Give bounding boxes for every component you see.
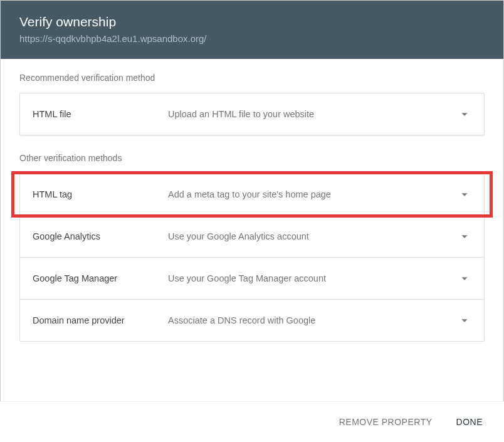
chevron-down-icon: [458, 271, 471, 285]
other-methods-card: HTML tag Add a meta tag to your site's h…: [19, 173, 485, 342]
recommended-section-label: Recommended verification method: [19, 73, 485, 83]
method-domain-name-provider[interactable]: Domain name provider Associate a DNS rec…: [20, 300, 484, 341]
dialog-footer: REMOVE PROPERTY DONE: [0, 401, 504, 442]
method-desc: Associate a DNS record with Google: [168, 315, 458, 325]
method-desc: Add a meta tag to your site's home page: [168, 189, 458, 199]
method-google-tag-manager[interactable]: Google Tag Manager Use your Google Tag M…: [20, 258, 484, 300]
chevron-down-icon: [458, 313, 471, 327]
method-name: Google Tag Manager: [33, 273, 168, 283]
method-name: HTML tag: [33, 189, 168, 199]
chevron-down-icon: [458, 229, 471, 243]
dialog-content: Recommended verification method HTML fil…: [1, 59, 503, 342]
dialog-header: Verify ownership https://s-qqdkvbhpb4a2l…: [1, 1, 503, 59]
method-name: Google Analytics: [33, 231, 168, 241]
method-html-file[interactable]: HTML file Upload an HTML file to your we…: [20, 93, 484, 135]
remove-property-button[interactable]: REMOVE PROPERTY: [337, 413, 435, 431]
other-section-label: Other verification methods: [19, 153, 485, 163]
chevron-down-icon: [458, 107, 471, 121]
chevron-down-icon: [458, 187, 471, 201]
dialog-title: Verify ownership: [19, 14, 485, 29]
dialog-subtitle: https://s-qqdkvbhpb4a2l.eu1.wpsandbox.or…: [19, 33, 485, 44]
method-google-analytics[interactable]: Google Analytics Use your Google Analyti…: [20, 216, 484, 258]
method-name: Domain name provider: [33, 315, 168, 325]
method-html-tag[interactable]: HTML tag Add a meta tag to your site's h…: [20, 174, 484, 216]
method-name: HTML file: [33, 109, 168, 119]
done-button[interactable]: DONE: [454, 413, 485, 431]
method-desc: Use your Google Analytics account: [168, 231, 458, 241]
method-desc: Upload an HTML file to your website: [168, 109, 458, 119]
recommended-method-card: HTML file Upload an HTML file to your we…: [19, 93, 485, 135]
method-desc: Use your Google Tag Manager account: [168, 273, 458, 283]
